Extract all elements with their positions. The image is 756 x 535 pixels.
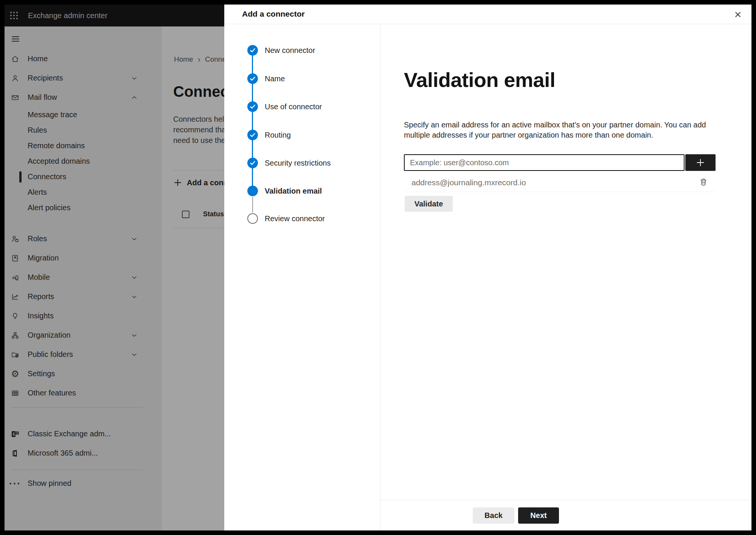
divider xyxy=(404,192,716,192)
step-new-connector: New connector xyxy=(224,45,380,56)
divider xyxy=(224,24,751,24)
close-icon[interactable]: × xyxy=(730,6,746,23)
step-security-restrictions: Security restrictions xyxy=(224,158,380,168)
trash-icon xyxy=(699,177,708,187)
step-current-icon xyxy=(247,186,258,196)
next-button[interactable]: Next xyxy=(518,507,559,524)
added-email-address: address@journaling.mxrecord.io xyxy=(411,178,526,187)
step-routing: Routing xyxy=(224,130,380,140)
step-name: Name xyxy=(224,73,380,84)
stepper-remaining-line xyxy=(252,197,253,212)
back-button[interactable]: Back xyxy=(473,507,514,524)
step-validation-email: Validation email xyxy=(224,186,380,196)
validate-button[interactable]: Validate xyxy=(405,196,453,212)
wizard-step-description: Specify an email address for an active m… xyxy=(404,120,714,140)
step-completed-check-icon xyxy=(247,158,258,168)
step-completed-check-icon xyxy=(247,101,258,112)
step-use-of-connector: Use of connector xyxy=(224,101,380,112)
app-frame: Exchange admin center Home Recipients xyxy=(5,5,751,530)
divider xyxy=(380,500,751,500)
add-email-button[interactable] xyxy=(685,154,716,171)
wizard-step-title: Validation email xyxy=(404,68,555,91)
step-completed-check-icon xyxy=(247,45,258,56)
step-completed-check-icon xyxy=(247,130,258,140)
delete-address-button[interactable] xyxy=(698,176,709,188)
step-review-connector: Review connector xyxy=(224,213,380,224)
step-upcoming-icon xyxy=(247,213,258,224)
divider xyxy=(380,24,380,530)
step-completed-check-icon xyxy=(247,73,258,84)
validation-email-input[interactable] xyxy=(404,154,685,171)
dialog-title: Add a connector xyxy=(242,9,305,19)
plus-icon xyxy=(695,158,705,167)
add-connector-dialog: Add a connector × New connector Name Use… xyxy=(224,5,751,530)
